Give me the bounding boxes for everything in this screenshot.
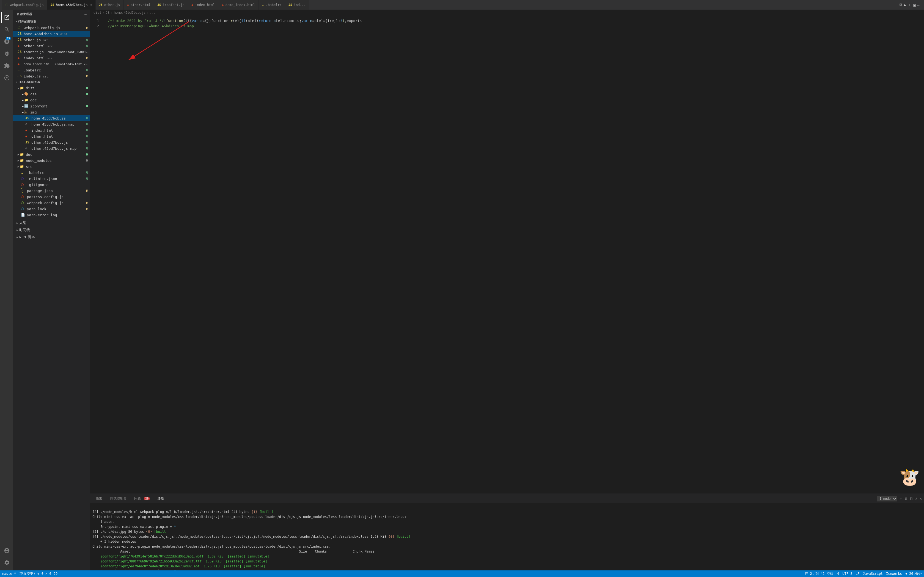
line-numbers: 1 2 [90,16,103,31]
panel-tab-problems[interactable]: 问题 29 [131,495,153,502]
tab-webpack-config[interactable]: ⬡ webpack.config.js [2,0,47,10]
npm-scripts-label: NPM 脚本 [19,235,35,240]
npm-scripts-section[interactable]: ▶ NPM 脚本 [13,234,90,241]
file-home-js-map[interactable]: ⊙ home.45bd7bcb.js.map U [13,121,90,127]
language-mode[interactable]: JavaScript [863,572,883,575]
split-editor-icon[interactable]: ⧉ [900,2,902,7]
tab-close-button[interactable]: ✕ [90,3,92,6]
open-editor-webpack[interactable]: ⬡ webpack.config.js M [13,25,90,31]
add-icon[interactable]: ＋ [908,2,912,7]
tab-other-js[interactable]: JS other.js [96,0,124,10]
untracked-badge: U [86,116,88,120]
file-name: .eslintrc.json [27,177,86,181]
file-yarn-error-log[interactable]: 📄 yarn-error.log [13,212,90,218]
folder-dist[interactable]: ▾ 📁 dist [13,85,90,91]
code-content[interactable]: /*! make 2021 by FruitJ */!function(t){v… [103,16,924,31]
outline-section[interactable]: ▶ 大纲 [13,219,90,226]
open-editor-index-js[interactable]: JS index.js src M [13,73,90,79]
code-editor: 1 2 /*! make 2021 by FruitJ */!function(… [90,16,924,31]
open-editor-demo-html[interactable]: ◈ demo_index.html ~/Downloads/font_250..… [13,61,90,67]
folder-iconfont[interactable]: ▶ 🔤 iconfont [13,103,90,109]
tab-home-js[interactable]: JS home.45bd7bcb.js ✕ [47,0,96,10]
folder-img[interactable]: ▶ 🖼 img [13,109,90,115]
file-index-html-dist[interactable]: ◈ index.html U [13,127,90,133]
html-file-icon: ◈ [18,56,23,60]
untracked-badge: U [86,38,88,42]
folder-name: iconfont [30,104,86,108]
split-terminal-icon[interactable]: ⧉ [905,496,907,501]
outline-label: 大纲 [19,220,26,225]
trash-icon[interactable]: 🗑 [909,496,913,501]
open-editor-index-html[interactable]: ◈ index.html src M [13,55,90,61]
file-eslintrc[interactable]: ⬡ .eslintrc.json U [13,176,90,182]
activity-extensions[interactable] [1,60,12,71]
activity-bar: 35 [0,10,13,571]
file-package-json[interactable]: { } package.json M [13,188,90,194]
activity-git[interactable]: 35 [1,36,12,47]
folder-icon: 📁 [20,86,25,90]
js-file-icon: JS [25,116,30,120]
problems-tab-label: 问题 [134,496,141,500]
timeline-section[interactable]: ▶ 时间线 [13,226,90,234]
activity-remote[interactable] [1,72,12,83]
open-editor-iconfont-js[interactable]: JS iconfont.js ~/Downloads/font_2500948_… [13,49,90,55]
file-yarn-lock[interactable]: ⬡ yarn.lock M [13,206,90,212]
add-terminal-icon[interactable]: ＋ [899,496,903,501]
modified-badge: M [86,207,88,211]
file-name: yarn.lock [27,207,86,211]
file-name: home.45bd7bcb.js [31,116,86,120]
activity-debug[interactable] [1,48,12,59]
tab-demo-index-html[interactable]: ◈ demo_index.html [218,0,259,10]
panel-tab-output[interactable]: 输出 [92,495,106,502]
new-file-icon[interactable]: ⋯ [84,12,87,16]
more-icon[interactable]: ⋯ [918,3,919,7]
layout-icon[interactable]: ▣ [913,3,916,7]
tab-index-js[interactable]: JS ind... [285,0,309,10]
open-editor-babelrc[interactable]: … .babelrc U [13,67,90,73]
tab-other-html[interactable]: ◈ other.html [124,0,154,10]
folder-node-modules[interactable]: ▶ 📁 node_modules [13,158,90,163]
js-file-icon: JS [18,32,23,36]
open-editor-other-html[interactable]: ◈ other.html src U [13,43,90,49]
open-editor-home-js[interactable]: JS home.45bd7bcb.js dist [13,31,90,37]
open-editors-header[interactable]: ▾ 打开的编辑器 [13,18,90,25]
tab-index-html[interactable]: ◈ index.html [188,0,218,10]
file-webpack-config-root[interactable]: ⬡ webpack.config.js M [13,200,90,206]
chevron-up-icon[interactable]: ∧ [915,496,918,501]
activity-explorer[interactable] [1,12,12,23]
play-icon[interactable]: ▶ [904,3,906,7]
folder-css[interactable]: ▶ 🎨 css [13,91,90,97]
terminal-select[interactable]: 1: node [877,496,897,501]
file-home-js-dist[interactable]: JS home.45bd7bcb.js U [13,115,90,121]
file-other-js-map[interactable]: ⊙ other.45bd7bcb.js.map U [13,145,90,152]
js-icon: JS [289,3,292,6]
webpack-icon: ⬡ [5,3,8,7]
activity-accounts[interactable] [1,545,12,556]
folder-doc-root[interactable]: ▶ 📁 doc [13,152,90,158]
folder-arrow: ▶ [22,105,24,108]
activity-bar-bottom [1,545,12,568]
folder-name: doc [30,98,88,102]
git-branch-status[interactable]: master* (正在变更) [2,572,35,576]
file-other-html-dist[interactable]: ◈ other.html U [13,133,90,139]
js-file-icon: JS [25,140,30,144]
activity-search[interactable] [1,24,12,35]
file-name: .babelrc [27,171,86,175]
terminal-content[interactable]: [2] ./node_modules/html-webpack-plugin/l… [90,503,924,571]
folder-src[interactable]: ▶ 📁 src [13,163,90,169]
panel-tab-terminal[interactable]: 终端 [154,495,168,502]
status-dot [86,153,88,156]
close-panel-icon[interactable]: ✕ [919,496,922,501]
panel-tab-debug[interactable]: 调试控制台 [107,495,130,502]
folder-doc-inner[interactable]: ▶ 📁 doc [13,97,90,103]
tab-iconfont-js[interactable]: JS iconfont.js [154,0,188,10]
untracked-badge: U [86,177,88,181]
file-babelrc-root[interactable]: … .babelrc U [13,169,90,176]
open-editor-name: index.html src [24,56,86,60]
file-postcss-config[interactable]: ⬡ postcss.config.js [13,194,90,200]
project-section-header[interactable]: ▾ TEST-WEBPACK [13,79,90,85]
file-other-js-dist[interactable]: JS other.45bd7bcb.js U [13,139,90,145]
tab-babelrc[interactable]: … .babelrc [259,0,285,10]
activity-settings[interactable] [1,557,12,568]
open-editor-other-js[interactable]: JS other.js src U [13,37,90,43]
